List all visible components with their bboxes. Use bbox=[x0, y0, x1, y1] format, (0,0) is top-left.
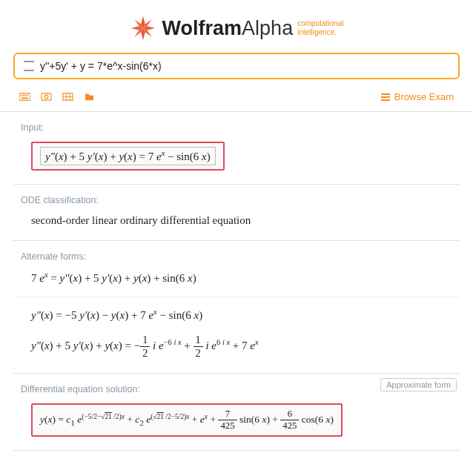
pod-input: Input: y″(x) + 5 y′(x) + y(x) = 7 ex − s… bbox=[13, 112, 460, 185]
pod-title: Alternate forms: bbox=[21, 251, 452, 262]
input-mode-icon bbox=[24, 61, 34, 71]
svg-rect-9 bbox=[21, 95, 22, 96]
svg-rect-8 bbox=[19, 93, 30, 100]
menu-icon bbox=[381, 93, 390, 101]
pod-title: Input: bbox=[21, 122, 452, 133]
alternate-form-1: 7 ex = y″(x) + 5 y′(x) + y(x) + sin(6 x) bbox=[31, 271, 452, 285]
svg-rect-14 bbox=[42, 93, 51, 100]
image-icon[interactable] bbox=[41, 92, 52, 102]
file-icon[interactable] bbox=[84, 92, 95, 102]
pod-alternate-forms: Alternate forms: 7 ex = y″(x) + 5 y′(x) … bbox=[13, 241, 460, 374]
wolfram-logo-icon bbox=[130, 15, 156, 42]
browse-examples-link[interactable]: Browse Exam bbox=[381, 91, 454, 102]
highlight-box: y(x) = c1 e(−5/2−√21 /2)x + c2 e(√21 /2−… bbox=[31, 403, 343, 437]
alternate-form-2: y″(x) = −5 y′(x) − y(x) + 7 ex − sin(6 x… bbox=[31, 308, 452, 322]
classification-text: second-order linear ordinary differentia… bbox=[21, 214, 452, 227]
logo-tagline: computational intelligence. bbox=[297, 19, 343, 37]
input-tools bbox=[19, 92, 95, 102]
search-box[interactable] bbox=[13, 53, 460, 79]
alternate-form-3: y″(x) + 5 y′(x) + y(x) = −12 i e−6 i x +… bbox=[31, 334, 452, 360]
svg-rect-12 bbox=[27, 95, 28, 96]
data-icon[interactable] bbox=[62, 92, 73, 102]
search-input[interactable] bbox=[40, 60, 449, 72]
keyboard-icon[interactable] bbox=[19, 92, 30, 102]
pod-solution: Approximate form Differential equation s… bbox=[13, 374, 460, 451]
svg-rect-10 bbox=[23, 95, 24, 96]
pod-title: ODE classification: bbox=[21, 195, 452, 205]
header: WolframAlpha computational intelligence. bbox=[0, 0, 473, 53]
logo-text: WolframAlpha bbox=[162, 17, 294, 40]
approximate-form-button[interactable]: Approximate form bbox=[380, 378, 457, 391]
svg-rect-11 bbox=[25, 95, 27, 96]
svg-point-15 bbox=[44, 95, 48, 99]
input-math: y″(x) + 5 y′(x) + y(x) = 7 ex − sin(6 x) bbox=[40, 147, 216, 165]
solution-math: y(x) = c1 e(−5/2−√21 /2)x + c2 e(√21 /2−… bbox=[40, 414, 334, 425]
svg-rect-13 bbox=[22, 97, 28, 99]
pod-classification: ODE classification: second-order linear … bbox=[13, 185, 460, 241]
highlight-box: y″(x) + 5 y′(x) + y(x) = 7 ex − sin(6 x) bbox=[31, 142, 225, 171]
